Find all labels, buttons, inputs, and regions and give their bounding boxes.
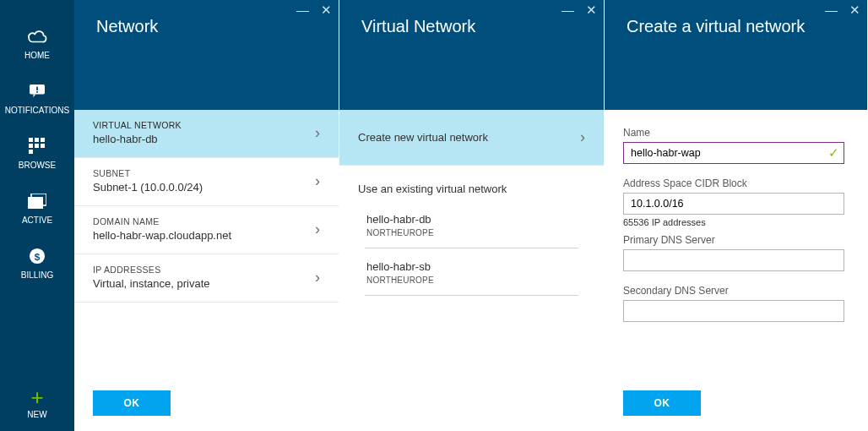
ok-button[interactable]: OK — [93, 390, 171, 416]
sidebar-item-label: ACTIVE — [22, 216, 52, 225]
svg-rect-2 — [36, 91, 38, 93]
sidebar-item-label: BROWSE — [19, 161, 56, 170]
blade-header: — ✕ Create a virtual network — [605, 0, 867, 110]
svg-rect-1 — [36, 87, 38, 91]
option-use-existing-vnet: Use an existing virtual network — [339, 166, 604, 201]
vnet-name: hello-habr-db — [366, 213, 577, 226]
existing-vnet-item[interactable]: hello-habr-db NORTHEUROPE — [365, 201, 578, 248]
blade-header: — ✕ Virtual Network — [339, 0, 604, 110]
name-input[interactable] — [623, 142, 844, 164]
sidebar-item-label: NOTIFICATIONS — [5, 106, 69, 115]
row-label: DOMAIN NAME — [93, 216, 231, 226]
cidr-hint: 65536 IP addresses — [623, 217, 849, 227]
sidebar-item-browse[interactable]: BROWSE — [0, 125, 74, 180]
blade-create-vnet: — ✕ Create a virtual network Name ✓ Addr… — [605, 0, 868, 431]
chevron-right-icon: › — [315, 124, 320, 142]
vnet-location: NORTHEUROPE — [366, 228, 577, 237]
row-value: Subnet-1 (10.0.0.0/24) — [93, 181, 203, 194]
svg-rect-5 — [41, 138, 45, 142]
grid-icon — [26, 137, 48, 155]
chevron-right-icon: › — [580, 128, 585, 146]
checkmark-icon: ✓ — [828, 145, 839, 161]
vnet-name: hello-habr-sb — [366, 260, 577, 273]
sidebar-new-label: NEW — [27, 410, 46, 419]
primary-dns-input[interactable] — [623, 249, 844, 271]
network-row-ip-addresses[interactable]: IP ADDRESSES Virtual, instance, private … — [74, 254, 339, 303]
blade-virtual-network: — ✕ Virtual Network Create new virtual n… — [339, 0, 605, 431]
svg-rect-4 — [35, 138, 39, 142]
row-label: VIRTUAL NETWORK — [93, 120, 182, 130]
portal-sidebar: HOME NOTIFICATIONS BROWSE ACTIVE $ BILLI… — [0, 0, 74, 431]
sidebar-item-home[interactable]: HOME — [0, 15, 74, 70]
option-create-new-vnet[interactable]: Create new virtual network › — [339, 110, 604, 166]
cidr-label: Address Space CIDR Block — [623, 177, 849, 189]
svg-rect-8 — [41, 144, 45, 148]
svg-text:$: $ — [35, 251, 41, 263]
svg-rect-6 — [29, 144, 33, 148]
sidebar-new-button[interactable]: + NEW — [0, 378, 74, 431]
name-label: Name — [623, 127, 849, 139]
network-row-domain-name[interactable]: DOMAIN NAME hello-habr-wap.cloudapp.net … — [74, 206, 339, 254]
active-icon — [26, 192, 48, 210]
close-icon[interactable]: ✕ — [586, 3, 597, 16]
svg-rect-11 — [28, 197, 43, 209]
minimize-icon[interactable]: — — [825, 3, 838, 16]
existing-vnet-item[interactable]: hello-habr-sb NORTHEUROPE — [365, 248, 578, 296]
sidebar-item-notifications[interactable]: NOTIFICATIONS — [0, 70, 74, 125]
blade-header: — ✕ Network — [74, 0, 339, 110]
dns2-label: Secondary DNS Server — [623, 285, 849, 297]
network-row-subnet[interactable]: SUBNET Subnet-1 (10.0.0.0/24) › — [74, 158, 339, 206]
vnet-location: NORTHEUROPE — [366, 276, 577, 285]
blade-network: — ✕ Network VIRTUAL NETWORK hello-habr-d… — [74, 0, 339, 431]
row-label: IP ADDRESSES — [93, 265, 210, 275]
network-row-virtual-network[interactable]: VIRTUAL NETWORK hello-habr-db › — [74, 110, 339, 158]
option-label: Create new virtual network — [358, 131, 488, 144]
cidr-input[interactable] — [623, 193, 844, 215]
cloud-icon — [26, 27, 48, 46]
close-icon[interactable]: ✕ — [321, 3, 332, 16]
minimize-icon[interactable]: — — [296, 3, 309, 16]
svg-rect-9 — [29, 150, 33, 154]
chevron-right-icon: › — [315, 269, 320, 286]
ok-button[interactable]: OK — [623, 390, 701, 416]
svg-rect-7 — [35, 144, 39, 148]
row-value: hello-habr-db — [93, 133, 182, 145]
sidebar-item-billing[interactable]: $ BILLING — [0, 235, 74, 290]
notification-icon — [26, 82, 48, 101]
row-value: hello-habr-wap.cloudapp.net — [93, 229, 231, 242]
plus-icon: + — [30, 386, 43, 408]
svg-rect-3 — [29, 138, 33, 142]
sidebar-item-label: BILLING — [21, 270, 53, 280]
row-label: SUBNET — [93, 168, 203, 178]
minimize-icon[interactable]: — — [561, 3, 574, 16]
sidebar-item-active[interactable]: ACTIVE — [0, 180, 74, 235]
chevron-right-icon: › — [315, 172, 320, 190]
chevron-right-icon: › — [315, 221, 320, 238]
sidebar-item-label: HOME — [24, 51, 50, 60]
close-icon[interactable]: ✕ — [849, 3, 860, 16]
dns1-label: Primary DNS Server — [623, 234, 849, 246]
row-value: Virtual, instance, private — [93, 277, 210, 290]
billing-icon: $ — [26, 247, 48, 265]
secondary-dns-input[interactable] — [623, 300, 844, 322]
